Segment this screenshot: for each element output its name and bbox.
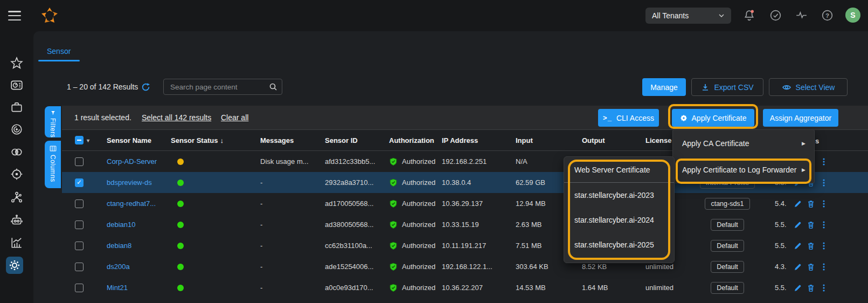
user-avatar[interactable]: S <box>845 8 860 23</box>
menu-item-apply-certificate-log-forwarder[interactable]: Apply Certificate to Log Forwarder ▶ <box>673 156 814 183</box>
sidebar-item-cases[interactable] <box>9 99 25 115</box>
assign-aggregator-button[interactable]: Assign Aggregator <box>763 109 838 127</box>
row-checkbox[interactable] <box>75 284 84 292</box>
sidebar-item-detections[interactable] <box>9 166 25 182</box>
header-sensor-status[interactable]: Sensor Status ↓ <box>167 136 256 144</box>
sidebar-item-threat-hunting[interactable] <box>9 121 25 137</box>
submenu-item-cert-2025[interactable]: star.stellarcyber.ai-2025 <box>564 232 674 257</box>
apply-certificate-button[interactable]: Apply Certificate <box>672 109 754 127</box>
header-sensor-id[interactable]: Sensor ID <box>321 136 385 144</box>
header-sensor-name[interactable]: Sensor Name <box>100 136 167 144</box>
caret-down-icon[interactable]: ▾ <box>87 137 89 143</box>
header-messages[interactable]: Messages <box>256 136 321 144</box>
header-authorization[interactable]: Authorization <box>385 136 441 144</box>
activity-pulse-icon[interactable] <box>795 9 808 22</box>
filters-drawer-tab[interactable]: Filters <box>45 106 61 137</box>
menu-item-apply-ca-certificate[interactable]: Apply CA Certificate ▶ <box>673 130 814 156</box>
delete-trash-icon[interactable] <box>807 284 815 292</box>
submenu-arrow-icon: ▶ <box>802 141 805 146</box>
sensor-name-link[interactable]: debian10 <box>107 221 136 229</box>
sidebar-item-favorites[interactable] <box>9 55 25 71</box>
notifications-bell-icon[interactable] <box>742 9 756 22</box>
version-cell: 5.5. <box>757 242 789 250</box>
status-dot <box>177 222 184 228</box>
terminal-icon: >_ <box>603 114 612 122</box>
submenu-item-cert-2023[interactable]: star.stellarcyber.ai-2023 <box>564 183 674 208</box>
help-icon[interactable]: ? <box>821 9 834 22</box>
delete-trash-icon[interactable] <box>807 242 815 250</box>
sidebar-item-connections[interactable] <box>9 190 25 206</box>
delete-trash-icon[interactable] <box>807 199 815 208</box>
columns-drawer-tab[interactable]: Columns <box>45 141 61 188</box>
gear-icon <box>9 259 20 271</box>
row-checkbox[interactable] <box>75 221 84 229</box>
edit-pencil-icon[interactable] <box>794 263 802 271</box>
edit-pencil-icon[interactable] <box>794 221 802 229</box>
kebab-menu-icon[interactable] <box>820 242 828 250</box>
sidebar-item-dashboards[interactable] <box>9 77 25 93</box>
ip-cell: 10.33.15.19 <box>441 221 512 229</box>
manage-button[interactable]: Manage <box>642 78 686 96</box>
tab-sensor[interactable]: Sensor <box>47 47 71 56</box>
select-all-checkbox[interactable] <box>75 136 84 144</box>
shield-icon <box>389 199 398 208</box>
sidebar-item-ai-brain[interactable] <box>9 144 25 160</box>
table-row[interactable]: ds200a - ade15254006... Authorized 192.1… <box>62 256 868 277</box>
select-all-link[interactable]: Select all 142 results <box>142 106 211 129</box>
header-output[interactable]: Output <box>578 136 641 144</box>
table-row[interactable]: ctang-redhat7... - ad170050568... Author… <box>62 193 868 214</box>
stellar-cyber-logo-icon[interactable] <box>40 6 59 25</box>
authorization-cell: Authorized <box>402 263 435 271</box>
sensor-id-cell: 2932a8a3710... <box>321 178 385 187</box>
sensor-name-link[interactable]: bdspreview-ds <box>107 178 152 187</box>
sidebar-item-settings[interactable] <box>6 257 23 274</box>
kebab-menu-icon[interactable] <box>820 178 828 187</box>
delete-trash-icon[interactable] <box>807 263 815 271</box>
edit-pencil-icon[interactable] <box>794 242 802 250</box>
submenu-item-label: star.stellarcyber.ai-2023 <box>574 191 654 199</box>
sensor-name-link[interactable]: ctang-redhat7... <box>107 199 156 208</box>
apply-certificate-menu: Apply CA Certificate ▶ Apply Certificate… <box>672 129 815 183</box>
sidebar-item-reports[interactable] <box>9 235 25 251</box>
sensor-name-link[interactable]: ds200a <box>107 263 130 271</box>
submenu-item-cert-2024[interactable]: star.stellarcyber.ai-2024 <box>564 208 674 232</box>
delete-trash-icon[interactable] <box>807 221 815 229</box>
check-circle-icon[interactable] <box>769 9 782 22</box>
sidebar-item-automation[interactable] <box>9 212 25 229</box>
edit-pencil-icon[interactable] <box>794 199 802 208</box>
kebab-menu-icon[interactable] <box>820 221 828 229</box>
refresh-icon[interactable] <box>141 82 150 92</box>
row-checkbox[interactable] <box>75 263 84 271</box>
authorization-cell: Authorized <box>402 178 435 187</box>
export-csv-button[interactable]: Export CSV <box>691 78 763 96</box>
row-checkbox[interactable] <box>75 157 84 166</box>
hamburger-menu-icon[interactable] <box>8 11 21 20</box>
table-row[interactable]: debian10 - ad380050568... Authorized 10.… <box>62 214 868 235</box>
tenant-selector[interactable]: All Tenants <box>645 8 731 24</box>
search-icon[interactable] <box>269 82 277 91</box>
row-checkbox[interactable] <box>75 199 84 208</box>
header-input[interactable]: Input <box>512 136 578 144</box>
messages-cell: Disk usage m... <box>256 157 321 166</box>
kebab-menu-icon[interactable] <box>820 157 828 166</box>
results-count: 1 – 20 of 142 Results <box>67 79 138 95</box>
kebab-menu-icon[interactable] <box>820 199 828 208</box>
table-row[interactable]: debian8 - cc62b31100a... Authorized 10.1… <box>62 235 868 256</box>
cli-access-button[interactable]: >_ CLI Access <box>598 109 659 127</box>
sensor-name-link[interactable]: Corp-AD-Server <box>107 157 157 166</box>
edit-pencil-icon[interactable] <box>794 284 802 292</box>
search-input[interactable] <box>169 82 269 92</box>
row-checkbox[interactable] <box>75 178 84 187</box>
kebab-menu-icon[interactable] <box>820 284 828 292</box>
status-dot <box>177 264 184 270</box>
table-row[interactable]: Mint21 - a0c0e93d170... Authorized 10.36… <box>62 277 868 298</box>
kebab-menu-icon[interactable] <box>820 263 828 271</box>
sensor-name-link[interactable]: debian8 <box>107 242 131 250</box>
shield-icon <box>389 221 398 229</box>
select-view-button[interactable]: Select View <box>769 78 848 96</box>
submenu-item-web-server-certificate[interactable]: Web Server Certificate <box>564 157 674 183</box>
clear-all-link[interactable]: Clear all <box>221 106 248 129</box>
row-checkbox[interactable] <box>75 242 84 250</box>
header-ip-address[interactable]: IP Address <box>441 136 512 144</box>
sensor-name-link[interactable]: Mint21 <box>107 284 128 292</box>
